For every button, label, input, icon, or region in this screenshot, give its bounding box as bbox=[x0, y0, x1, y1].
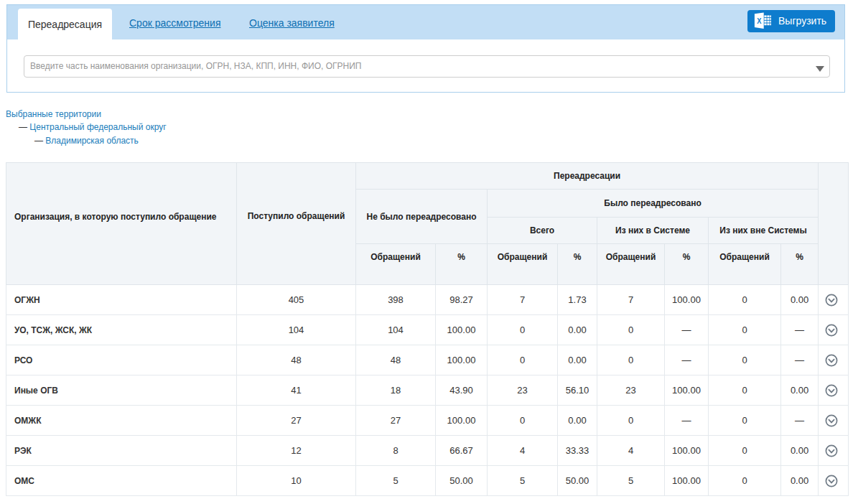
svg-text:X: X bbox=[757, 17, 762, 25]
